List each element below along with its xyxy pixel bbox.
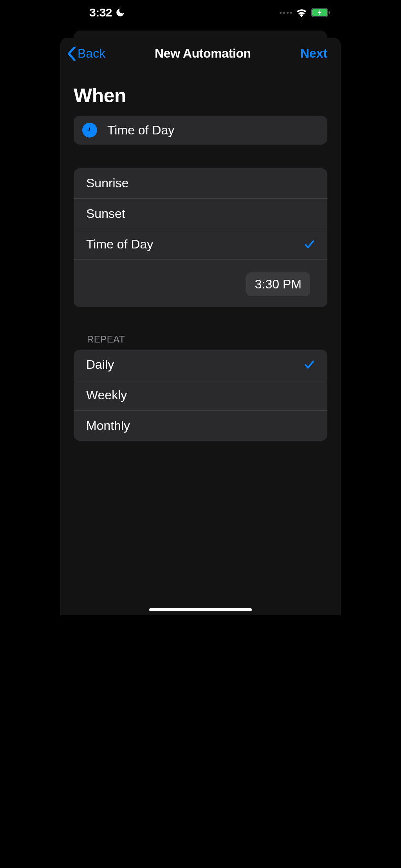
checkmark-icon xyxy=(303,239,316,250)
checkmark-icon xyxy=(303,359,316,371)
wifi-icon xyxy=(295,8,308,17)
trigger-card: Time of Day xyxy=(74,116,327,145)
option-daily[interactable]: Daily xyxy=(74,350,327,380)
clock-icon xyxy=(82,123,97,138)
option-monthly-label: Monthly xyxy=(86,419,130,433)
option-sunrise-label: Sunrise xyxy=(86,176,129,190)
when-heading: When xyxy=(60,69,341,116)
status-bar: 3:32 xyxy=(59,0,342,25)
time-value-row: 3:30 PM xyxy=(74,260,327,307)
repeat-options-list: Daily Weekly Monthly xyxy=(74,350,327,441)
back-label: Back xyxy=(78,46,105,61)
option-monthly[interactable]: Monthly xyxy=(74,411,327,441)
trigger-label: Time of Day xyxy=(107,123,174,138)
option-weekly[interactable]: Weekly xyxy=(74,380,327,411)
option-sunset-label: Sunset xyxy=(86,207,125,221)
status-time: 3:32 xyxy=(89,6,112,19)
option-sunrise[interactable]: Sunrise xyxy=(74,168,327,199)
option-daily-label: Daily xyxy=(86,357,114,372)
time-picker-button[interactable]: 3:30 PM xyxy=(246,272,310,296)
chevron-left-icon xyxy=(67,47,76,61)
option-timeofday-label: Time of Day xyxy=(86,237,153,252)
signal-dots-icon xyxy=(280,12,292,14)
option-sunset[interactable]: Sunset xyxy=(74,199,327,229)
repeat-header: REPEAT xyxy=(60,334,341,350)
svg-rect-2 xyxy=(329,11,330,14)
trigger-row[interactable]: Time of Day xyxy=(74,116,327,145)
nav-bar: Back New Automation Next xyxy=(60,38,341,69)
do-not-disturb-icon xyxy=(115,7,125,18)
new-automation-sheet: Back New Automation Next When Time of Da… xyxy=(60,38,341,615)
battery-charging-icon xyxy=(311,8,331,17)
back-button[interactable]: Back xyxy=(67,46,105,61)
option-weekly-label: Weekly xyxy=(86,388,127,402)
option-timeofday[interactable]: Time of Day xyxy=(74,229,327,260)
next-button[interactable]: Next xyxy=(300,46,327,61)
home-indicator[interactable] xyxy=(149,608,252,611)
page-title: New Automation xyxy=(155,46,251,61)
time-options-list: Sunrise Sunset Time of Day 3:30 PM xyxy=(74,168,327,307)
